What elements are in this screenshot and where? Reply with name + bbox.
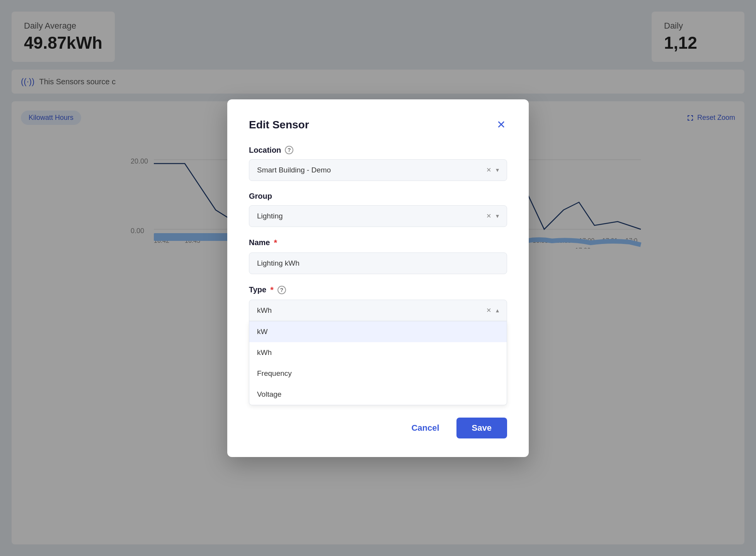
name-label-row: Name * (249, 238, 507, 248)
cancel-button[interactable]: Cancel (402, 418, 448, 438)
group-select[interactable]: Lighting ✕ ▾ (249, 205, 507, 227)
type-field-group: Type * ? kWh ✕ ▴ kW kWh Frequency Voltag… (249, 285, 507, 405)
group-label: Group (249, 192, 272, 201)
type-label: Type (249, 285, 266, 294)
group-field-group: Group Lighting ✕ ▾ (249, 192, 507, 227)
type-option-kw[interactable]: kW (249, 321, 507, 342)
save-button[interactable]: Save (456, 418, 507, 438)
group-select-controls: ✕ ▾ (486, 212, 499, 220)
location-help-icon[interactable]: ? (285, 146, 293, 154)
location-value: Smart Building - Demo (257, 166, 331, 174)
type-select[interactable]: kWh ✕ ▴ (249, 300, 507, 321)
type-clear-icon[interactable]: ✕ (486, 307, 491, 314)
group-clear-icon[interactable]: ✕ (486, 212, 491, 220)
group-dropdown-icon[interactable]: ▾ (496, 212, 499, 220)
location-label: Location (249, 146, 281, 155)
location-dropdown-icon[interactable]: ▾ (496, 166, 499, 174)
name-label: Name (249, 238, 270, 247)
edit-sensor-modal: Edit Sensor ✕ Location ? Smart Building … (227, 99, 529, 457)
type-label-row: Type * ? (249, 285, 507, 295)
type-select-container: kWh ✕ ▴ kW kWh Frequency Voltage (249, 300, 507, 405)
name-field-group: Name * (249, 238, 507, 274)
type-option-voltage[interactable]: Voltage (249, 384, 507, 405)
type-dropdown-icon[interactable]: ▴ (496, 307, 499, 314)
type-select-controls: ✕ ▴ (486, 307, 499, 314)
type-required-star: * (270, 285, 274, 295)
type-option-frequency[interactable]: Frequency (249, 363, 507, 384)
location-label-row: Location ? (249, 146, 507, 155)
modal-title: Edit Sensor (249, 119, 309, 131)
location-clear-icon[interactable]: ✕ (486, 166, 491, 174)
location-select[interactable]: Smart Building - Demo ✕ ▾ (249, 159, 507, 181)
modal-footer: Cancel Save (249, 418, 507, 438)
close-button[interactable]: ✕ (495, 118, 507, 132)
name-required-star: * (274, 238, 277, 248)
location-select-controls: ✕ ▾ (486, 166, 499, 174)
type-value: kWh (257, 306, 272, 315)
type-dropdown: kW kWh Frequency Voltage (249, 321, 507, 405)
location-field-group: Location ? Smart Building - Demo ✕ ▾ (249, 146, 507, 181)
group-value: Lighting (257, 212, 283, 220)
group-label-row: Group (249, 192, 507, 201)
modal-overlay: Edit Sensor ✕ Location ? Smart Building … (0, 0, 756, 556)
type-help-icon[interactable]: ? (278, 286, 286, 294)
modal-header: Edit Sensor ✕ (249, 118, 507, 132)
name-input[interactable] (249, 252, 507, 274)
type-option-kwh[interactable]: kWh (249, 342, 507, 363)
